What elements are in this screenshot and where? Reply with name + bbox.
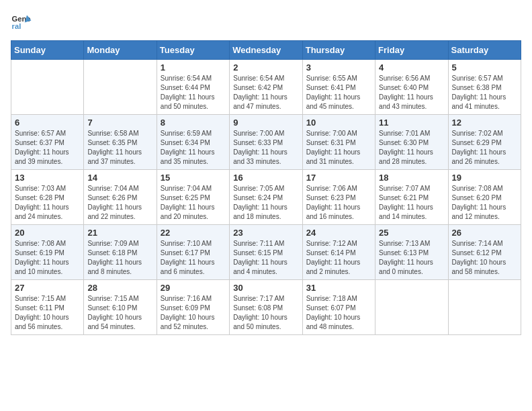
day-number: 25 — [379, 228, 444, 238]
calendar-cell: 3Sunrise: 6:55 AM Sunset: 6:41 PM Daylig… — [302, 60, 375, 115]
day-info: Sunrise: 6:56 AM Sunset: 6:40 PM Dayligh… — [379, 74, 444, 111]
calendar-week-row: 20Sunrise: 7:08 AM Sunset: 6:19 PM Dayli… — [11, 225, 521, 280]
day-number: 12 — [452, 118, 517, 128]
calendar-cell: 2Sunrise: 6:54 AM Sunset: 6:42 PM Daylig… — [230, 60, 302, 115]
calendar-week-row: 13Sunrise: 7:03 AM Sunset: 6:28 PM Dayli… — [11, 170, 521, 225]
calendar-week-row: 1Sunrise: 6:54 AM Sunset: 6:44 PM Daylig… — [11, 60, 521, 115]
day-number: 16 — [233, 173, 298, 183]
day-number: 31 — [306, 283, 371, 293]
svg-text:ral: ral — [12, 22, 21, 30]
day-number: 23 — [233, 228, 298, 238]
calendar-cell: 30Sunrise: 7:17 AM Sunset: 6:08 PM Dayli… — [230, 280, 302, 335]
day-info: Sunrise: 6:58 AM Sunset: 6:35 PM Dayligh… — [87, 129, 152, 167]
day-info: Sunrise: 7:14 AM Sunset: 6:12 PM Dayligh… — [452, 239, 517, 277]
calendar-cell: 24Sunrise: 7:12 AM Sunset: 6:14 PM Dayli… — [302, 225, 375, 280]
calendar-cell — [11, 60, 84, 115]
day-number: 10 — [306, 118, 371, 128]
day-number: 18 — [379, 173, 444, 183]
day-info: Sunrise: 7:05 AM Sunset: 6:24 PM Dayligh… — [233, 184, 298, 222]
day-number: 28 — [87, 283, 152, 293]
calendar-cell: 5Sunrise: 6:57 AM Sunset: 6:38 PM Daylig… — [448, 60, 521, 115]
weekday-header-friday: Friday — [375, 41, 448, 60]
day-number: 13 — [15, 173, 80, 183]
day-info: Sunrise: 7:10 AM Sunset: 6:17 PM Dayligh… — [161, 239, 226, 277]
weekday-header-tuesday: Tuesday — [157, 41, 229, 60]
day-number: 8 — [161, 118, 226, 128]
calendar-cell: 12Sunrise: 7:02 AM Sunset: 6:29 PM Dayli… — [448, 115, 521, 170]
calendar-cell: 22Sunrise: 7:10 AM Sunset: 6:17 PM Dayli… — [157, 225, 229, 280]
day-info: Sunrise: 6:54 AM Sunset: 6:44 PM Dayligh… — [161, 74, 226, 111]
day-info: Sunrise: 7:08 AM Sunset: 6:19 PM Dayligh… — [15, 239, 80, 277]
day-number: 26 — [452, 228, 517, 238]
page-header: Gene ral — [11, 11, 521, 32]
day-info: Sunrise: 7:15 AM Sunset: 6:10 PM Dayligh… — [87, 294, 152, 332]
calendar-cell — [375, 280, 448, 335]
day-info: Sunrise: 7:07 AM Sunset: 6:21 PM Dayligh… — [379, 184, 444, 222]
day-info: Sunrise: 7:01 AM Sunset: 6:30 PM Dayligh… — [379, 129, 444, 167]
calendar-cell: 23Sunrise: 7:11 AM Sunset: 6:15 PM Dayli… — [230, 225, 302, 280]
calendar-cell: 31Sunrise: 7:18 AM Sunset: 6:07 PM Dayli… — [302, 280, 375, 335]
weekday-header-thursday: Thursday — [302, 41, 375, 60]
day-number: 4 — [379, 62, 444, 73]
day-info: Sunrise: 7:04 AM Sunset: 6:25 PM Dayligh… — [161, 184, 226, 222]
calendar-cell: 8Sunrise: 6:59 AM Sunset: 6:34 PM Daylig… — [157, 115, 229, 170]
day-number: 17 — [306, 173, 371, 183]
calendar-cell: 10Sunrise: 7:00 AM Sunset: 6:31 PM Dayli… — [302, 115, 375, 170]
calendar-cell: 29Sunrise: 7:16 AM Sunset: 6:09 PM Dayli… — [157, 280, 229, 335]
calendar-cell: 13Sunrise: 7:03 AM Sunset: 6:28 PM Dayli… — [11, 170, 84, 225]
day-info: Sunrise: 7:03 AM Sunset: 6:28 PM Dayligh… — [15, 184, 80, 222]
day-number: 27 — [15, 283, 80, 293]
day-number: 5 — [452, 62, 517, 73]
day-number: 15 — [161, 173, 226, 183]
calendar-cell: 6Sunrise: 6:57 AM Sunset: 6:37 PM Daylig… — [11, 115, 84, 170]
calendar-cell — [448, 280, 521, 335]
day-info: Sunrise: 7:12 AM Sunset: 6:14 PM Dayligh… — [306, 239, 371, 277]
day-info: Sunrise: 6:57 AM Sunset: 6:37 PM Dayligh… — [15, 129, 80, 167]
day-number: 20 — [15, 228, 80, 238]
day-info: Sunrise: 7:15 AM Sunset: 6:11 PM Dayligh… — [15, 294, 80, 332]
day-info: Sunrise: 6:59 AM Sunset: 6:34 PM Dayligh… — [161, 129, 226, 167]
calendar-cell: 25Sunrise: 7:13 AM Sunset: 6:13 PM Dayli… — [375, 225, 448, 280]
day-info: Sunrise: 7:06 AM Sunset: 6:23 PM Dayligh… — [306, 184, 371, 222]
calendar-cell: 1Sunrise: 6:54 AM Sunset: 6:44 PM Daylig… — [157, 60, 229, 115]
day-number: 2 — [233, 62, 298, 73]
calendar-week-row: 6Sunrise: 6:57 AM Sunset: 6:37 PM Daylig… — [11, 115, 521, 170]
day-info: Sunrise: 7:08 AM Sunset: 6:20 PM Dayligh… — [452, 184, 517, 222]
calendar-cell: 21Sunrise: 7:09 AM Sunset: 6:18 PM Dayli… — [84, 225, 157, 280]
calendar-cell: 19Sunrise: 7:08 AM Sunset: 6:20 PM Dayli… — [448, 170, 521, 225]
day-number: 30 — [233, 283, 298, 293]
day-info: Sunrise: 7:17 AM Sunset: 6:08 PM Dayligh… — [233, 294, 298, 332]
day-number: 3 — [306, 62, 371, 73]
calendar-cell: 17Sunrise: 7:06 AM Sunset: 6:23 PM Dayli… — [302, 170, 375, 225]
day-number: 9 — [233, 118, 298, 128]
day-number: 14 — [87, 173, 152, 183]
day-info: Sunrise: 7:18 AM Sunset: 6:07 PM Dayligh… — [306, 294, 371, 332]
day-info: Sunrise: 7:11 AM Sunset: 6:15 PM Dayligh… — [233, 239, 298, 277]
weekday-header-monday: Monday — [84, 41, 157, 60]
day-number: 1 — [161, 62, 226, 73]
calendar-cell: 7Sunrise: 6:58 AM Sunset: 6:35 PM Daylig… — [84, 115, 157, 170]
calendar-cell: 18Sunrise: 7:07 AM Sunset: 6:21 PM Dayli… — [375, 170, 448, 225]
day-info: Sunrise: 6:55 AM Sunset: 6:41 PM Dayligh… — [306, 74, 371, 111]
calendar-cell: 15Sunrise: 7:04 AM Sunset: 6:25 PM Dayli… — [157, 170, 229, 225]
day-info: Sunrise: 7:00 AM Sunset: 6:31 PM Dayligh… — [306, 129, 371, 167]
day-info: Sunrise: 6:54 AM Sunset: 6:42 PM Dayligh… — [233, 74, 298, 111]
calendar-table: SundayMondayTuesdayWednesdayThursdayFrid… — [11, 40, 521, 335]
calendar-cell: 27Sunrise: 7:15 AM Sunset: 6:11 PM Dayli… — [11, 280, 84, 335]
day-number: 6 — [15, 118, 80, 128]
calendar-header-row: SundayMondayTuesdayWednesdayThursdayFrid… — [11, 41, 521, 60]
calendar-cell: 9Sunrise: 7:00 AM Sunset: 6:33 PM Daylig… — [230, 115, 302, 170]
calendar-cell: 14Sunrise: 7:04 AM Sunset: 6:26 PM Dayli… — [84, 170, 157, 225]
calendar-cell: 16Sunrise: 7:05 AM Sunset: 6:24 PM Dayli… — [230, 170, 302, 225]
calendar-cell: 28Sunrise: 7:15 AM Sunset: 6:10 PM Dayli… — [84, 280, 157, 335]
calendar-week-row: 27Sunrise: 7:15 AM Sunset: 6:11 PM Dayli… — [11, 280, 521, 335]
logo: Gene ral — [11, 11, 35, 32]
day-number: 21 — [87, 228, 152, 238]
logo-icon: Gene ral — [11, 11, 32, 32]
day-info: Sunrise: 6:57 AM Sunset: 6:38 PM Dayligh… — [452, 74, 517, 111]
calendar-cell: 26Sunrise: 7:14 AM Sunset: 6:12 PM Dayli… — [448, 225, 521, 280]
calendar-cell: 20Sunrise: 7:08 AM Sunset: 6:19 PM Dayli… — [11, 225, 84, 280]
calendar-cell: 11Sunrise: 7:01 AM Sunset: 6:30 PM Dayli… — [375, 115, 448, 170]
day-info: Sunrise: 7:13 AM Sunset: 6:13 PM Dayligh… — [379, 239, 444, 277]
day-info: Sunrise: 7:04 AM Sunset: 6:26 PM Dayligh… — [87, 184, 152, 222]
